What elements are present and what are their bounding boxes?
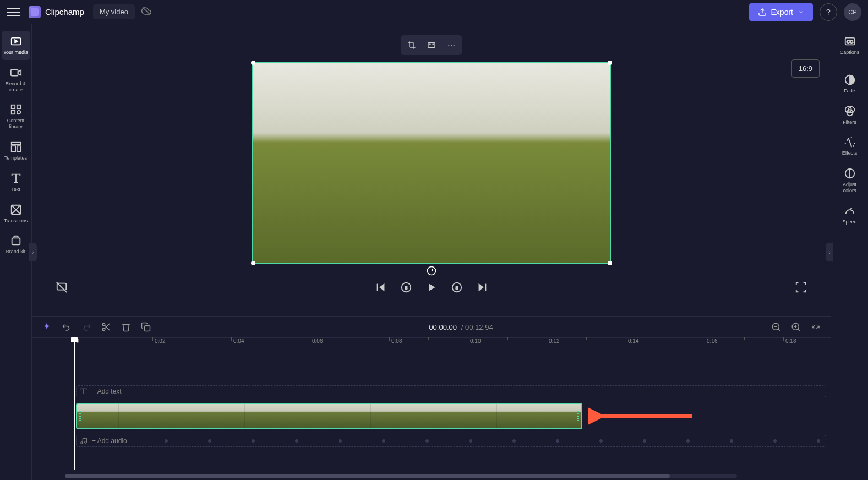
sidebar-item-your-media[interactable]: Your media xyxy=(2,31,30,60)
zoom-fit-icon xyxy=(811,322,821,332)
timeline-ruler[interactable]: 0 0:02 0:04 0:06 0:08 0:10 0:12 0:14 0:1… xyxy=(32,338,831,353)
redo-button[interactable] xyxy=(80,321,92,333)
sidebar-item-adjust[interactable]: Adjust colors xyxy=(836,163,864,198)
svg-line-58 xyxy=(850,208,852,210)
svg-rect-11 xyxy=(11,146,15,151)
fit-icon xyxy=(427,41,436,50)
sidebar-item-captions[interactable]: CC Captions xyxy=(836,31,864,60)
sidebar-item-filters[interactable]: Filters xyxy=(836,101,864,130)
sidebar-item-templates[interactable]: Templates xyxy=(2,137,30,166)
sidebar-label: Text xyxy=(11,187,20,193)
timeline-scrollbar[interactable] xyxy=(65,474,737,478)
rotate-handle[interactable] xyxy=(426,265,437,276)
cloud-sync-icon[interactable] xyxy=(141,6,151,18)
sidebar-label: Your media xyxy=(3,50,28,56)
adjust-icon xyxy=(844,167,856,179)
svg-rect-10 xyxy=(11,143,20,145)
resize-handle-tr[interactable] xyxy=(608,61,612,65)
sidebar-item-record[interactable]: Record & create xyxy=(2,62,30,97)
sidebar-label: Fade xyxy=(844,88,855,94)
divider xyxy=(838,66,862,66)
trash-icon xyxy=(121,322,131,332)
ruler-tick: 0:18 xyxy=(785,338,796,344)
templates-icon xyxy=(10,141,22,153)
zoom-fit-button[interactable] xyxy=(810,321,822,333)
zoom-in-icon xyxy=(791,322,801,332)
svg-rect-39 xyxy=(145,326,150,331)
app-logo[interactable]: Clipchamp xyxy=(29,6,84,18)
prev-button[interactable] xyxy=(373,280,389,295)
svg-point-36 xyxy=(102,328,105,331)
sidebar-item-speed[interactable]: Speed xyxy=(836,200,864,230)
preview-area: 16:9 5 5 xyxy=(32,24,831,309)
logo-text: Clipchamp xyxy=(45,7,84,17)
forward-button[interactable]: 5 xyxy=(449,280,465,295)
svg-point-9 xyxy=(17,111,20,114)
project-name-input[interactable]: My video xyxy=(93,4,135,19)
hamburger-menu-icon[interactable] xyxy=(7,6,20,19)
undo-button[interactable] xyxy=(61,321,73,333)
playhead[interactable] xyxy=(74,338,75,470)
svg-marker-30 xyxy=(429,283,435,291)
zoom-out-button[interactable] xyxy=(770,321,782,333)
text-track[interactable]: + Add text xyxy=(76,385,826,397)
crop-tool[interactable] xyxy=(403,37,421,53)
hide-canvas-button[interactable] xyxy=(54,280,69,295)
fullscreen-icon xyxy=(795,281,807,293)
rewind-button[interactable]: 5 xyxy=(398,280,414,295)
resize-handle-bl[interactable] xyxy=(251,261,255,265)
sidebar-label: Adjust colors xyxy=(837,182,863,194)
total-duration: 00:12.94 xyxy=(465,323,493,331)
svg-marker-3 xyxy=(15,40,18,43)
split-button[interactable] xyxy=(100,321,112,333)
delete-button[interactable] xyxy=(120,321,132,333)
screen-off-icon xyxy=(56,281,68,293)
video-track xyxy=(76,403,826,429)
ai-tool[interactable] xyxy=(41,321,53,333)
expand-right-panel[interactable]: ‹ xyxy=(826,243,833,261)
text-icon xyxy=(10,172,22,184)
svg-rect-6 xyxy=(11,105,14,108)
chevron-down-icon xyxy=(798,9,804,15)
audio-track[interactable]: + Add audio xyxy=(76,435,826,447)
sidebar-item-brandkit[interactable]: Brand kit xyxy=(2,230,30,259)
sidebar-label: Transitions xyxy=(4,218,28,224)
svg-point-49 xyxy=(81,442,83,444)
sidebar-item-fade[interactable]: Fade xyxy=(836,69,864,99)
sidebar-item-effects[interactable]: Effects xyxy=(836,132,864,161)
left-sidebar: Your media Record & create Content libra… xyxy=(0,24,32,480)
sidebar-item-text[interactable]: Text xyxy=(2,168,30,197)
ruler-tick: 0:12 xyxy=(549,338,559,344)
svg-point-50 xyxy=(85,441,87,444)
fullscreen-button[interactable] xyxy=(793,280,809,295)
fit-tool[interactable] xyxy=(423,37,440,53)
captions-icon: CC xyxy=(844,35,856,47)
svg-rect-12 xyxy=(17,146,20,151)
video-clip[interactable] xyxy=(76,403,582,429)
transitions-icon xyxy=(10,204,22,216)
sidebar-label: Speed xyxy=(842,219,856,225)
brandkit-icon xyxy=(10,234,22,247)
next-button[interactable] xyxy=(474,280,490,295)
record-icon xyxy=(10,67,22,79)
play-button[interactable] xyxy=(424,280,439,295)
aspect-ratio-selector[interactable]: 16:9 xyxy=(791,59,820,78)
video-preview-canvas[interactable] xyxy=(252,62,611,264)
add-text-label: + Add text xyxy=(92,388,122,395)
duplicate-button[interactable] xyxy=(140,321,152,333)
sidebar-item-library[interactable]: Content library xyxy=(2,99,30,134)
clipchamp-logo-icon xyxy=(29,6,41,18)
sidebar-item-transitions[interactable]: Transitions xyxy=(2,199,30,228)
help-button[interactable]: ? xyxy=(820,3,837,21)
music-icon xyxy=(80,437,88,445)
copy-icon xyxy=(141,322,151,332)
more-tool[interactable] xyxy=(443,37,460,53)
export-button[interactable]: Export xyxy=(749,3,813,21)
crop-icon xyxy=(407,41,416,50)
scissors-icon xyxy=(101,322,111,332)
ruler-tick: 0:04 xyxy=(233,338,244,344)
skip-forward-icon xyxy=(476,281,488,293)
fade-icon xyxy=(844,74,856,86)
zoom-in-button[interactable] xyxy=(790,321,802,333)
user-avatar[interactable]: CP xyxy=(844,3,861,21)
